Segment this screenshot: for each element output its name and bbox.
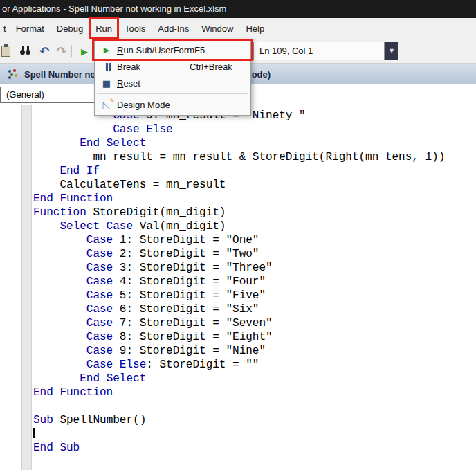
code-line: Select Case Val(mn_digit) — [33, 219, 476, 233]
redo-icon[interactable]: ↷ — [54, 44, 69, 59]
code-window-icon — [7, 69, 18, 80]
redo-icon: ↷ — [57, 44, 66, 58]
code-line: End Select — [33, 372, 476, 386]
pause-icon — [96, 60, 117, 73]
run-menu: Run Sub/UserFormF5BreakCtrl+BreakResetDe… — [94, 39, 251, 116]
code-line: End Sub — [33, 441, 476, 455]
run-toolbar-button[interactable]: ▶ — [77, 44, 92, 59]
menubar: tFormatDebugRunToolsAdd-InsWindowHelp — [0, 18, 476, 39]
cursor-position-text: Ln 109, Col 1 — [259, 46, 313, 56]
menu-item-shortcut: F5 — [194, 45, 249, 55]
code-lines: Case 9: mn_result = "Ninety " Case Else … — [33, 109, 476, 455]
cursor-position-indicator: Ln 109, Col 1 — [253, 42, 385, 60]
code-line: Case 1: StoreDigit = "One" — [33, 233, 476, 247]
menu-item-label: Run Sub/UserForm — [117, 45, 194, 55]
toolbar-separator — [71, 45, 72, 57]
menu-run[interactable]: Run — [89, 18, 118, 39]
code-line: End Function — [33, 192, 476, 206]
menu-item-shortcut: Ctrl+Break — [190, 62, 249, 72]
menu-debug[interactable]: Debug — [51, 18, 89, 39]
code-line: Case 6: StoreDigit = "Six" — [33, 302, 476, 316]
undo-icon: ↶ — [39, 44, 49, 58]
menu-separator — [97, 93, 248, 94]
code-editor[interactable]: Case 9: mn_result = "Ninety " Case Else … — [0, 105, 476, 470]
code-line: End If — [33, 164, 476, 178]
code-line: mn_result = mn_result & StoreDigit(Right… — [33, 150, 476, 164]
code-line: Case 9: StoreDigit = "Nine" — [33, 344, 476, 358]
vba-editor-window: or Applications - Spell Number not worki… — [0, 0, 476, 470]
code-line: Case 5: StoreDigit = "Five" — [33, 289, 476, 302]
menu-tools[interactable]: Tools — [118, 18, 152, 39]
breakpoint-margin[interactable] — [21, 105, 32, 470]
code-line: End Function — [33, 386, 476, 399]
code-line: Case 2: StoreDigit = "Two" — [33, 247, 476, 261]
code-line — [33, 399, 476, 413]
menu-format[interactable]: Format — [10, 18, 51, 39]
run-icon — [96, 43, 117, 57]
object-dropdown-value: (General) — [6, 89, 44, 100]
menu-t[interactable]: t — [0, 18, 10, 39]
code-line: Function StoreDigit(mn_digit) — [33, 206, 476, 219]
menu-add-ins[interactable]: Add-Ins — [152, 18, 195, 39]
design-mode-icon — [96, 98, 117, 111]
undo-icon[interactable]: ↶ — [37, 44, 52, 59]
menu-item-label: Design Mode — [117, 100, 170, 110]
code-line: Case 7: StoreDigit = "Seven" — [33, 316, 476, 330]
code-line — [33, 427, 476, 441]
run-icon: ▶ — [81, 46, 88, 57]
run-menu-item-reset[interactable]: Reset — [95, 75, 250, 91]
code-line: End Select — [33, 136, 476, 150]
text-cursor — [33, 428, 35, 438]
chevron-down-icon: ▼ — [390, 48, 394, 54]
code-line: Case 4: StoreDigit = "Four" — [33, 275, 476, 289]
code-line: Case 8: StoreDigit = "Eight" — [33, 330, 476, 344]
code-line: CalculateTens = mn_result — [33, 178, 476, 192]
code-line: Case Else: StoreDigit = "" — [33, 358, 476, 372]
code-line: Sub SpellNumber() — [33, 413, 476, 427]
menu-item-label: Break — [117, 62, 140, 72]
run-menu-item-design-mode[interactable]: Design Mode — [95, 96, 250, 113]
code-line: Case 3: StoreDigit = "Three" — [33, 261, 476, 275]
paste-icon — [1, 46, 10, 57]
titlebar-text: or Applications - Spell Number not worki… — [2, 3, 226, 14]
titlebar[interactable]: or Applications - Spell Number not worki… — [0, 0, 476, 18]
find-icon[interactable] — [18, 44, 33, 59]
find-icon — [19, 46, 32, 56]
code-line: Case Else — [33, 123, 476, 136]
menu-item-label: Reset — [117, 78, 140, 89]
toolbar-overflow-button[interactable]: ▼ — [385, 42, 398, 60]
paste-icon[interactable] — [0, 44, 13, 59]
run-menu-item-run-sub-userform[interactable]: Run Sub/UserFormF5 — [95, 42, 250, 58]
menu-help[interactable]: Help — [239, 18, 271, 39]
stop-icon — [96, 76, 117, 90]
menu-window[interactable]: Window — [195, 18, 239, 39]
run-menu-item-break[interactable]: BreakCtrl+Break — [95, 58, 250, 75]
